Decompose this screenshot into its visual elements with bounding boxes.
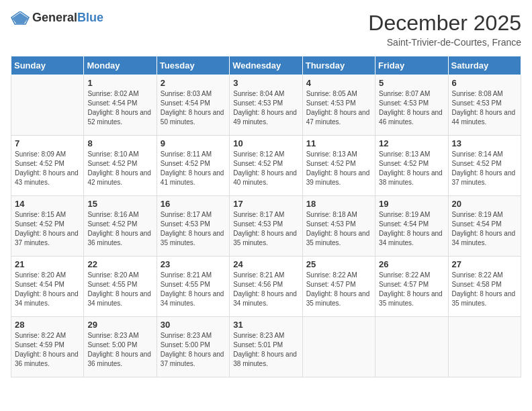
calendar-cell: 17 Sunrise: 8:17 AM Sunset: 4:53 PM Dayl… [230, 196, 302, 257]
daylight: Daylight: 8 hours and 47 minutes. [306, 109, 370, 126]
sunrise: Sunrise: 8:15 AM [15, 211, 66, 218]
sunrise: Sunrise: 8:23 AM [87, 332, 138, 339]
sunset: Sunset: 4:57 PM [379, 281, 429, 288]
cell-content: Sunrise: 8:13 AM Sunset: 4:52 PM Dayligh… [379, 150, 444, 187]
sunset: Sunset: 4:53 PM [233, 99, 283, 107]
cell-content: Sunrise: 8:03 AM Sunset: 4:54 PM Dayligh… [161, 89, 226, 127]
cell-content: Sunrise: 8:14 AM Sunset: 4:52 PM Dayligh… [452, 150, 517, 187]
calendar-cell: 12 Sunrise: 8:13 AM Sunset: 4:52 PM Dayl… [375, 136, 448, 196]
sunrise: Sunrise: 8:16 AM [87, 211, 138, 218]
weekday-header-wednesday: Wednesday [230, 56, 302, 75]
sunrise: Sunrise: 8:09 AM [15, 150, 66, 158]
cell-content: Sunrise: 8:05 AM Sunset: 4:53 PM Dayligh… [306, 89, 371, 127]
sunset: Sunset: 4:53 PM [379, 99, 429, 107]
calendar-cell: 19 Sunrise: 8:19 AM Sunset: 4:54 PM Dayl… [375, 196, 448, 257]
sunset: Sunset: 4:52 PM [233, 160, 283, 167]
sunset: Sunset: 4:53 PM [306, 99, 356, 107]
sunrise: Sunrise: 8:18 AM [306, 211, 357, 218]
cell-content: Sunrise: 8:23 AM Sunset: 5:00 PM Dayligh… [87, 331, 152, 369]
sunrise: Sunrise: 8:21 AM [233, 271, 284, 279]
calendar-cell: 6 Sunrise: 8:08 AM Sunset: 4:53 PM Dayli… [448, 75, 521, 136]
week-row-4: 21 Sunrise: 8:20 AM Sunset: 4:54 PM Dayl… [11, 257, 521, 317]
sunset: Sunset: 4:52 PM [15, 220, 64, 228]
cell-content: Sunrise: 8:11 AM Sunset: 4:52 PM Dayligh… [161, 150, 226, 187]
calendar-cell: 31 Sunrise: 8:23 AM Sunset: 5:01 PM Dayl… [230, 317, 302, 377]
sunrise: Sunrise: 8:14 AM [452, 150, 503, 158]
calendar-cell: 28 Sunrise: 8:22 AM Sunset: 4:59 PM Dayl… [11, 317, 84, 377]
daylight: Daylight: 8 hours and 42 minutes. [87, 169, 151, 186]
calendar-cell: 24 Sunrise: 8:21 AM Sunset: 4:56 PM Dayl… [230, 257, 302, 317]
calendar-cell: 2 Sunrise: 8:03 AM Sunset: 4:54 PM Dayli… [157, 75, 229, 136]
daylight: Daylight: 8 hours and 36 minutes. [87, 230, 151, 246]
day-number: 28 [15, 320, 80, 330]
calendar-table: SundayMondayTuesdayWednesdayThursdayFrid… [11, 56, 521, 377]
day-number: 25 [306, 259, 371, 269]
sunrise: Sunrise: 8:04 AM [233, 90, 284, 97]
daylight: Daylight: 8 hours and 35 minutes. [161, 230, 224, 246]
day-number: 29 [87, 320, 152, 330]
daylight: Daylight: 8 hours and 39 minutes. [306, 169, 370, 186]
cell-content: Sunrise: 8:02 AM Sunset: 4:54 PM Dayligh… [87, 89, 152, 127]
sunset: Sunset: 4:55 PM [87, 281, 137, 288]
sunset: Sunset: 4:53 PM [452, 99, 502, 107]
calendar-cell: 23 Sunrise: 8:21 AM Sunset: 4:55 PM Dayl… [157, 257, 229, 317]
week-row-1: 1 Sunrise: 8:02 AM Sunset: 4:54 PM Dayli… [11, 75, 521, 136]
week-row-3: 14 Sunrise: 8:15 AM Sunset: 4:52 PM Dayl… [11, 196, 521, 257]
calendar-cell: 26 Sunrise: 8:22 AM Sunset: 4:57 PM Dayl… [375, 257, 448, 317]
logo-text: General Blue [32, 11, 103, 25]
sunrise: Sunrise: 8:21 AM [161, 271, 212, 279]
sunset: Sunset: 4:58 PM [452, 281, 502, 288]
calendar-cell: 1 Sunrise: 8:02 AM Sunset: 4:54 PM Dayli… [84, 75, 157, 136]
weekday-header-thursday: Thursday [302, 56, 375, 75]
calendar-cell: 8 Sunrise: 8:10 AM Sunset: 4:52 PM Dayli… [84, 136, 157, 196]
cell-content: Sunrise: 8:23 AM Sunset: 5:00 PM Dayligh… [161, 331, 226, 369]
cell-content: Sunrise: 8:17 AM Sunset: 4:53 PM Dayligh… [233, 210, 298, 248]
sunrise: Sunrise: 8:07 AM [379, 90, 430, 97]
sunrise: Sunrise: 8:22 AM [379, 271, 430, 279]
calendar-cell: 16 Sunrise: 8:17 AM Sunset: 4:53 PM Dayl… [157, 196, 229, 257]
logo: General Blue [11, 11, 103, 25]
day-number: 31 [233, 320, 298, 330]
calendar-cell: 21 Sunrise: 8:20 AM Sunset: 4:54 PM Dayl… [11, 257, 84, 317]
day-number: 22 [87, 259, 152, 269]
cell-content: Sunrise: 8:15 AM Sunset: 4:52 PM Dayligh… [15, 210, 80, 248]
daylight: Daylight: 8 hours and 34 minutes. [452, 230, 516, 246]
daylight: Daylight: 8 hours and 49 minutes. [233, 109, 297, 126]
cell-content: Sunrise: 8:13 AM Sunset: 4:52 PM Dayligh… [306, 150, 371, 187]
sunset: Sunset: 4:53 PM [161, 220, 210, 228]
sunrise: Sunrise: 8:02 AM [87, 90, 138, 97]
daylight: Daylight: 8 hours and 44 minutes. [452, 109, 516, 126]
week-row-2: 7 Sunrise: 8:09 AM Sunset: 4:52 PM Dayli… [11, 136, 521, 196]
sunset: Sunset: 4:52 PM [15, 160, 64, 167]
calendar-cell: 18 Sunrise: 8:18 AM Sunset: 4:53 PM Dayl… [302, 196, 375, 257]
sunrise: Sunrise: 8:13 AM [379, 150, 430, 158]
sunset: Sunset: 4:59 PM [15, 341, 64, 349]
daylight: Daylight: 8 hours and 50 minutes. [161, 109, 224, 126]
weekday-header-sunday: Sunday [11, 56, 84, 75]
sunset: Sunset: 4:53 PM [306, 220, 356, 228]
cell-content: Sunrise: 8:20 AM Sunset: 4:54 PM Dayligh… [15, 271, 80, 308]
daylight: Daylight: 8 hours and 35 minutes. [306, 290, 370, 307]
cell-content: Sunrise: 8:09 AM Sunset: 4:52 PM Dayligh… [15, 150, 80, 187]
sunset: Sunset: 4:54 PM [161, 99, 210, 107]
cell-content: Sunrise: 8:16 AM Sunset: 4:52 PM Dayligh… [87, 210, 152, 248]
calendar-cell: 4 Sunrise: 8:05 AM Sunset: 4:53 PM Dayli… [302, 75, 375, 136]
sunset: Sunset: 4:54 PM [452, 220, 502, 228]
day-number: 23 [161, 259, 226, 269]
calendar-cell: 15 Sunrise: 8:16 AM Sunset: 4:52 PM Dayl… [84, 196, 157, 257]
day-number: 24 [233, 259, 298, 269]
day-number: 18 [306, 199, 371, 209]
sunrise: Sunrise: 8:22 AM [306, 271, 357, 279]
weekday-header-row: SundayMondayTuesdayWednesdayThursdayFrid… [11, 56, 521, 75]
logo-blue: Blue [77, 11, 103, 25]
sunrise: Sunrise: 8:12 AM [233, 150, 284, 158]
sunrise: Sunrise: 8:11 AM [161, 150, 212, 158]
cell-content: Sunrise: 8:08 AM Sunset: 4:53 PM Dayligh… [452, 89, 517, 127]
cell-content: Sunrise: 8:22 AM Sunset: 4:57 PM Dayligh… [379, 271, 444, 308]
sunrise: Sunrise: 8:22 AM [452, 271, 503, 279]
weekday-header-friday: Friday [375, 56, 448, 75]
daylight: Daylight: 8 hours and 43 minutes. [15, 169, 79, 186]
day-number: 14 [15, 199, 80, 209]
calendar-cell: 9 Sunrise: 8:11 AM Sunset: 4:52 PM Dayli… [157, 136, 229, 196]
sunrise: Sunrise: 8:23 AM [161, 332, 212, 339]
